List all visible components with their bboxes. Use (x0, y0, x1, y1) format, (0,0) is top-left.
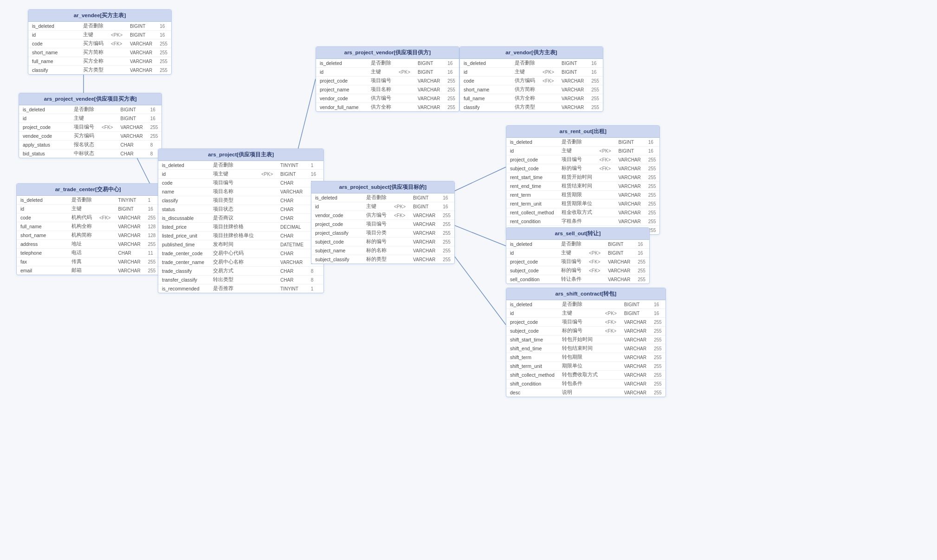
cell-col0: is_deleted (506, 138, 558, 147)
cell-col0: bid_status (19, 149, 70, 158)
table-row: id主键<PK>BIGINT16 (506, 309, 666, 318)
cell-col4: 255 (634, 266, 649, 275)
cell-col0: listed_price_unit (158, 232, 209, 240)
cell-col0: project_code (19, 123, 70, 132)
cell-col3: DATETIME (277, 240, 307, 249)
cell-col1: 主键 (367, 68, 395, 77)
cell-col3: CHAR (277, 214, 307, 223)
cell-col3: CHAR (277, 249, 307, 258)
cell-col1: 转包结束时间 (558, 344, 601, 353)
table-row: project_code项目编号VARCHAR255 (316, 77, 459, 85)
cell-col0: id (506, 249, 557, 257)
cell-col3: VARCHAR (126, 39, 156, 48)
cell-col1: 转包期限 (558, 353, 601, 362)
cell-col0: code (28, 39, 79, 48)
cell-col1: 是否删除 (511, 59, 539, 68)
table-row: shift_term_unit期限单位VARCHAR255 (506, 362, 666, 371)
cell-col0: rent_condition (506, 217, 558, 226)
table-row: shift_term转包期限VARCHAR255 (506, 353, 666, 362)
table-row: project_code项目编号VARCHAR255 (311, 220, 454, 229)
table-row: sell_condition转让条件VARCHAR255 (506, 275, 649, 284)
cell-col1: 是否商议 (209, 214, 258, 223)
cell-col2 (395, 59, 414, 68)
cell-col1: 租金收取方式 (558, 208, 596, 217)
table-row: rent_collect_method租金收取方式VARCHAR255 (506, 208, 659, 217)
cell-col2: <PK> (390, 202, 409, 211)
table-row: subject_code标的编号<FK>VARCHAR255 (506, 327, 666, 335)
cell-col0: address (17, 240, 68, 249)
table-row: classify供方类型VARCHAR255 (460, 103, 603, 112)
table-row: shift_start_time转包开始时间VARCHAR255 (506, 335, 666, 344)
cell-col3: CHAR (277, 267, 307, 276)
cell-col0: project_code (316, 77, 367, 85)
table-row: vendee_code买方编码VARCHAR255 (19, 132, 162, 141)
table-row: shift_end_time转包结束时间VARCHAR255 (506, 344, 666, 353)
table-header-ars_sell_out: ars_sell_out[转让] (506, 228, 649, 240)
cell-col2 (390, 220, 409, 229)
cell-col4: 255 (645, 217, 660, 226)
cell-col2 (98, 114, 116, 123)
cell-col1: 是否推荐 (209, 284, 258, 293)
cell-col4: 255 (645, 164, 660, 173)
cell-col3: VARCHAR (414, 94, 444, 103)
cell-col4: 255 (645, 182, 660, 191)
cell-col1: 主键 (557, 249, 585, 257)
cell-col0: shift_collect_method (506, 371, 558, 380)
table-row: subject_code标的编号<FK>VARCHAR255 (506, 164, 659, 173)
cell-col2 (258, 179, 277, 187)
cell-col2 (585, 275, 604, 284)
table-row: is_deleted是否删除BIGINT16 (506, 138, 659, 147)
table-row: is_deleted是否删除TINYINT1 (17, 196, 159, 205)
table-ar_trade_center: ar_trade_center[交易中心]is_deleted是否删除TINYI… (16, 183, 160, 275)
cell-col4: 16 (156, 31, 171, 39)
cell-col2 (601, 371, 620, 380)
table-row: desc说明VARCHAR255 (506, 388, 666, 397)
cell-col2: <FK> (596, 164, 615, 173)
table-row: is_deleted是否删除BIGINT16 (19, 105, 162, 114)
cell-col1: 交易中心名称 (209, 258, 258, 267)
cell-col1: 标的编号 (557, 266, 585, 275)
cell-col1: 是否删除 (558, 138, 596, 147)
cell-col1: 买方编码 (79, 39, 107, 48)
cell-col4: 255 (650, 335, 666, 344)
cell-col0: email (17, 266, 68, 275)
cell-col4: 16 (588, 59, 603, 68)
cell-col3: CHAR (116, 149, 146, 158)
cell-col1: 是否删除 (558, 300, 601, 309)
cell-col4: 16 (444, 59, 459, 68)
table-row: short_name供方简称VARCHAR255 (460, 85, 603, 94)
cell-col4: 255 (439, 220, 454, 229)
cell-col2 (98, 105, 116, 114)
cell-col3: BIGINT (620, 300, 650, 309)
cell-col0: id (158, 170, 209, 179)
table-row: id主键<PK>BIGINT16 (316, 68, 459, 77)
table-ars_shift_contract: ars_shift_contract[转包]is_deleted是否删除BIGI… (506, 288, 666, 397)
cell-col3: VARCHAR (620, 371, 650, 380)
cell-col4: 255 (588, 85, 603, 94)
cell-col2 (258, 205, 277, 214)
cell-col3: BIGINT (604, 240, 634, 249)
cell-col3: VARCHAR (604, 257, 634, 266)
cell-col3: BIGINT (620, 309, 650, 318)
cell-col4: 255 (147, 123, 162, 132)
table-row: vendor_code供方编号VARCHAR255 (316, 94, 459, 103)
table-header-ars_project_vendee: ars_project_vendee[供应项目买方表] (19, 93, 162, 105)
cell-col0: listed_price (158, 223, 209, 232)
cell-col0: subject_code (506, 266, 557, 275)
cell-col0: project_classify (311, 229, 362, 238)
cell-col4: 16 (439, 202, 454, 211)
table-row: short_name买方简称VARCHAR255 (28, 48, 171, 57)
cell-col0: is_deleted (506, 300, 558, 309)
cell-col3: VARCHAR (114, 231, 144, 240)
table-header-ar_trade_center: ar_trade_center[交易中心] (17, 184, 159, 196)
cell-col0: is_deleted (311, 193, 362, 202)
cell-col1: 是否删除 (70, 105, 98, 114)
table-row: shift_collect_method转包费收取方式VARCHAR255 (506, 371, 666, 380)
cell-col2 (601, 344, 620, 353)
cell-col4: 255 (439, 255, 454, 264)
table-row: classify项目类型CHAR2 (158, 196, 323, 205)
cell-col1: 供方编码 (511, 77, 539, 85)
cell-col2: <FK> (585, 257, 604, 266)
cell-col0: classify (460, 103, 511, 112)
cell-col3: VARCHAR (277, 187, 307, 196)
